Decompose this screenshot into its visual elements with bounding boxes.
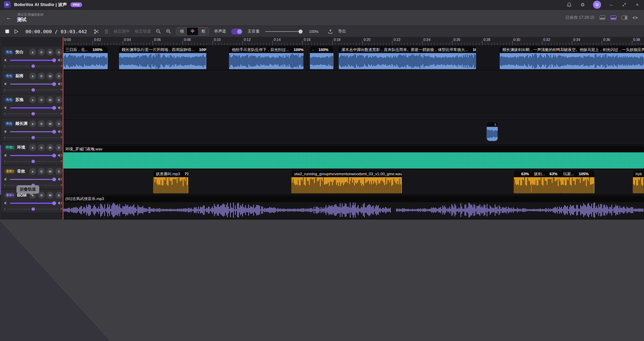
mute-button[interactable]: M [47, 49, 54, 56]
track-header-card[interactable]: 角色苏挽∧⚙MSLR [1, 94, 65, 117]
mute-button[interactable]: M [47, 72, 54, 80]
volume-slider-knob[interactable] [52, 58, 56, 62]
pan-slider-knob[interactable] [32, 207, 35, 211]
master-volume-slider[interactable] [265, 31, 301, 32]
volume-slider-knob[interactable] [52, 178, 56, 181]
pan-slider-knob[interactable] [32, 136, 35, 139]
cut-scissors-icon[interactable] [94, 29, 99, 34]
track-settings-gear-icon[interactable]: ⚙ [38, 144, 45, 151]
audio-clip[interactable]: 灌木丛中蹿出数道黑影，直奔队伍而来。那是一群妖狼，体型比寻常狼大...100% [339, 46, 476, 69]
collapse-track-button[interactable]: ∧ [29, 168, 36, 175]
solo-button[interactable]: S [55, 96, 62, 103]
export-icon[interactable] [328, 29, 333, 34]
mute-button[interactable]: M [47, 96, 54, 103]
track-header-card[interactable]: 角色副将∧⚙MSLR [1, 70, 65, 93]
collapse-track-button[interactable]: ∧ [29, 120, 36, 127]
solo-button[interactable]: S [55, 192, 62, 199]
collapse-track-button[interactable]: ∧ [29, 96, 36, 103]
code-view-icon[interactable]: <> [633, 15, 638, 20]
track-settings-gear-icon[interactable]: ⚙ [38, 96, 45, 103]
track-pan-slider[interactable] [8, 66, 58, 66]
track-volume-slider[interactable] [10, 179, 56, 180]
audio-clip[interactable]: 妖兽撕叫.mp371% [153, 170, 188, 193]
mute-button[interactable]: M [47, 192, 54, 199]
mono-toggle[interactable] [231, 29, 243, 35]
play-button[interactable] [14, 29, 18, 34]
playhead[interactable] [63, 37, 63, 220]
audio-clip[interactable]: 63% [514, 170, 531, 193]
layout-right-panel-icon[interactable] [622, 15, 628, 20]
track-settings-gear-icon[interactable]: ⚙ [38, 49, 45, 56]
track-pan-slider[interactable] [8, 113, 58, 114]
pan-slider-knob[interactable] [32, 88, 35, 92]
volume-slider-knob[interactable] [52, 82, 56, 86]
track-pan-slider[interactable] [8, 137, 58, 138]
delete-trash-icon[interactable] [104, 29, 109, 34]
audio-clip[interactable]: 顾长渊率队行至一片开阔地，四周寂静得...100% [119, 46, 206, 69]
zoom-in-icon[interactable] [166, 29, 171, 34]
solo-button[interactable]: S [55, 49, 62, 56]
track-settings-gear-icon[interactable]: ⚙ [38, 120, 45, 127]
solo-button[interactable]: S [55, 120, 62, 127]
volume-slider-knob[interactable] [52, 106, 56, 110]
audio-clip[interactable]: 拔剑...63% [531, 170, 560, 193]
track-volume-slider[interactable] [10, 203, 56, 204]
export-button[interactable]: 导出 [338, 29, 346, 34]
audio-clip[interactable]: stw2_running_groupmovementonwoodsml_03_v… [291, 170, 402, 193]
correct-selected-button[interactable]: 校正选中 [114, 29, 130, 34]
density-option[interactable]: 粗 [198, 28, 209, 35]
track-volume-slider[interactable] [10, 84, 56, 85]
track-volume-slider[interactable] [10, 60, 56, 61]
track-pan-slider[interactable] [8, 90, 58, 90]
user-avatar[interactable]: U [593, 1, 601, 9]
audio-clip[interactable]: 环境_罗城门夜晚.wav [63, 146, 644, 168]
solo-button[interactable]: S [55, 144, 62, 151]
track-settings-gear-icon[interactable]: ⚙ [38, 168, 45, 175]
minimize-button[interactable]: – [608, 2, 614, 7]
collapse-track-button[interactable]: ∧ [29, 72, 36, 80]
track-header-card[interactable]: 角色顾长渊∧⚙MSLR [1, 118, 65, 141]
track-volume-slider[interactable] [10, 131, 56, 132]
stop-button[interactable] [5, 30, 9, 33]
close-button[interactable]: × [635, 2, 640, 7]
bell-icon[interactable] [566, 2, 572, 8]
track-volume-slider[interactable] [10, 155, 56, 156]
audio-clip[interactable]: 他抬手示意队伍停下，目光扫过...100% [229, 46, 304, 69]
track-pan-slider[interactable] [8, 161, 58, 162]
back-button[interactable]: ← [6, 15, 12, 20]
track-settings-gear-icon[interactable]: ⚙ [38, 192, 45, 199]
audio-clip[interactable]: 三日后，北...100% [63, 46, 108, 69]
audio-clip[interactable]: 顾长渊拔剑出鞘，一声清脆的剑鸣划破夜空。他纵马迎上，剑光闪过，一头妖狼应声倒地。 [500, 46, 644, 69]
collapse-track-button[interactable]: ∧ [29, 49, 36, 56]
density-option[interactable]: 中 [187, 28, 198, 35]
volume-slider-knob[interactable] [52, 201, 56, 205]
volume-slider-knob[interactable] [52, 130, 56, 134]
audio-clip[interactable]: (91)古风武侠音乐.mp3 [63, 195, 644, 218]
mute-button[interactable]: M [47, 120, 54, 127]
track-pan-slider[interactable] [8, 209, 58, 209]
mute-button[interactable]: M [47, 144, 54, 151]
mute-button[interactable]: M [47, 168, 54, 175]
audio-clip[interactable]: -100% [310, 46, 333, 69]
audio-clip[interactable]: 玩家...105% [560, 170, 594, 193]
settings-gear-icon[interactable]: ⚙ [580, 2, 586, 8]
solo-button[interactable]: S [55, 72, 62, 80]
pan-slider-knob[interactable] [32, 160, 35, 163]
restore-window-icon[interactable] [621, 2, 627, 8]
pan-slider-knob[interactable] [32, 112, 35, 115]
correct-track-button[interactable]: 校正轨道 [135, 29, 151, 34]
audio-clip[interactable]: 1 [487, 122, 498, 141]
track-settings-gear-icon[interactable]: ⚙ [38, 72, 45, 80]
pan-slider-knob[interactable] [32, 64, 35, 68]
collapse-track-button[interactable]: ∧ [29, 144, 36, 151]
timeline-ruler[interactable]: 0:000:020:040:060:080:100:120:140:160:18… [63, 37, 644, 46]
volume-slider-knob[interactable] [52, 154, 56, 157]
layout-bottom-panel-active-icon[interactable] [610, 15, 616, 20]
track-volume-slider[interactable] [10, 107, 56, 108]
track-header-card[interactable]: 角色旁白∧⚙MSLR [1, 47, 65, 69]
solo-button[interactable]: S [55, 168, 62, 175]
track-header-card[interactable]: 环境1环境∧⚙MSLR [1, 142, 65, 165]
density-option[interactable]: 细 [176, 28, 187, 35]
layout-bottom-panel-icon[interactable] [599, 15, 605, 20]
zoom-out-icon[interactable] [156, 29, 161, 34]
